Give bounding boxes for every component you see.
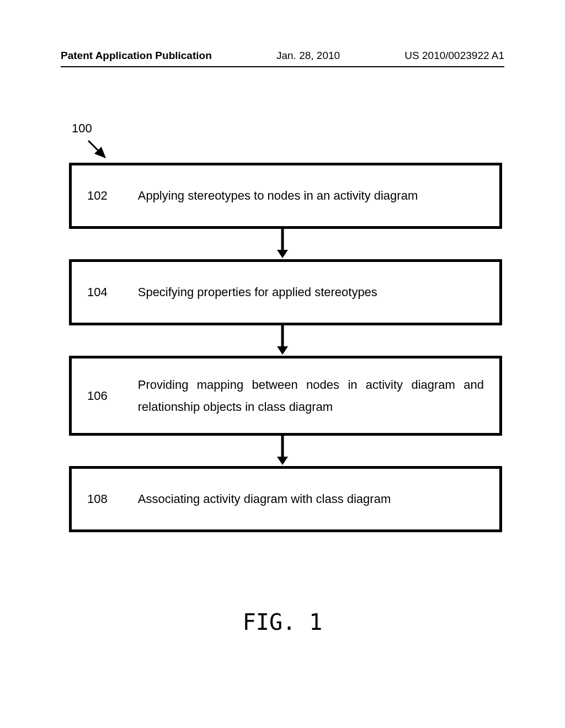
step-number: 106: [87, 389, 108, 403]
step-text: Specifying properties for applied stereo…: [138, 281, 484, 303]
flow-arrow-icon: [274, 436, 291, 466]
step-number: 102: [87, 189, 108, 203]
page-header: Patent Application Publication Jan. 28, …: [0, 50, 565, 62]
svg-line-0: [88, 141, 105, 157]
flow-step-106: 106 Providing mapping between nodes in a…: [69, 356, 502, 436]
flow-step-104: 104 Specifying properties for applied st…: [69, 259, 502, 325]
step-number: 108: [87, 492, 108, 506]
header-rule: [61, 66, 504, 67]
flow-step-102: 102 Applying stereotypes to nodes in an …: [69, 163, 502, 229]
step-text: Providing mapping between nodes in activ…: [138, 374, 484, 417]
step-text: Associating activity diagram with class …: [138, 488, 484, 510]
flow-step-108: 108 Associating activity diagram with cl…: [69, 466, 502, 532]
header-left: Patent Application Publication: [61, 50, 212, 62]
reference-arrow-icon: [86, 138, 113, 165]
flow-arrow-icon: [274, 229, 291, 259]
step-text: Applying stereotypes to nodes in an acti…: [138, 185, 484, 207]
header-date: Jan. 28, 2010: [276, 50, 340, 62]
figure-caption: FIG. 1: [0, 609, 565, 635]
flow-arrow-icon: [274, 325, 291, 356]
reference-label-100: 100: [72, 121, 92, 136]
step-number: 104: [87, 285, 108, 299]
header-pubnum: US 2010/0023922 A1: [404, 50, 504, 62]
